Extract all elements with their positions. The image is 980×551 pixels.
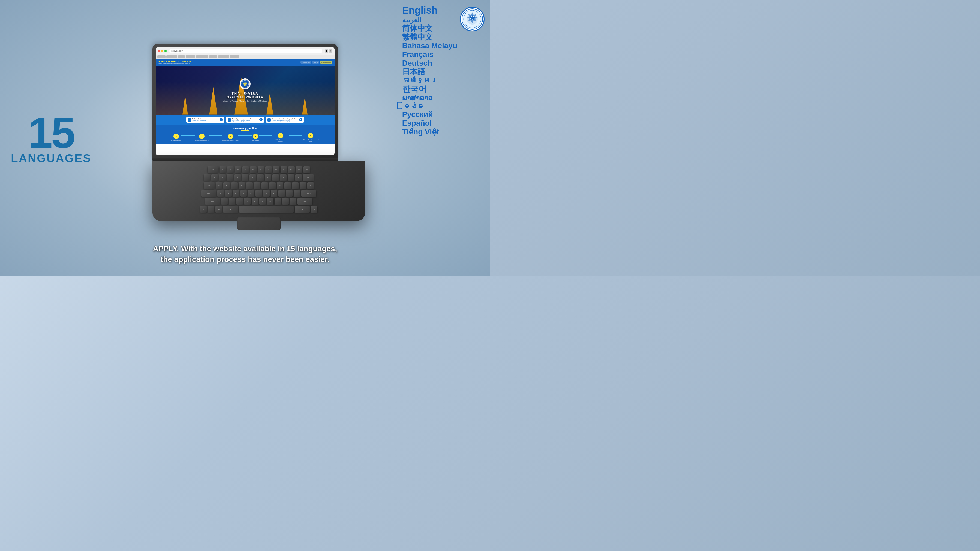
key-f10: F10: [288, 167, 295, 173]
hero-ministry: Ministry of Foreign Affairs of the Kingd…: [223, 100, 267, 102]
browser-nav-icons: ⬆ ☆: [325, 49, 332, 52]
key-2: 2: [219, 175, 226, 181]
language-list: English العربية 简体中文 繁體中文 Bahasa Melayu …: [402, 5, 457, 136]
key-row-qwerty: tab Q W E R T Y U I O P [ ] \: [166, 182, 352, 189]
key-k: K: [271, 190, 277, 197]
browser-bookmark-icon: ☆: [329, 49, 332, 52]
key-c: C: [236, 198, 243, 205]
key-backtick: `: [204, 175, 210, 181]
step-4-label: Pay visa fee: [252, 140, 259, 141]
key-caps: caps: [201, 190, 216, 197]
key-f2: F2: [227, 167, 234, 173]
lang-japanese: 日本語: [402, 68, 457, 76]
question-card-1[interactable]: Do I need a tourist visa? Tourist Visa E…: [186, 117, 224, 122]
bookmark-4: [186, 55, 195, 58]
thai-emblem: [460, 7, 485, 31]
key-5: 5: [242, 175, 248, 181]
step-line-4: [259, 135, 272, 136]
laptop-screen: thaievisa.go.th ⬆ ☆: [156, 47, 334, 155]
create-account-btn[interactable]: Create Account: [320, 61, 332, 64]
step-1-label: Create an account: [171, 140, 181, 141]
hero-title: THAI E-VISA: [232, 92, 258, 96]
key-tab: tab: [204, 182, 215, 189]
key-t: T: [246, 182, 253, 189]
q2-arrow-icon: ▾: [259, 118, 262, 121]
key-esc: esc: [207, 167, 218, 173]
key-bracket-close: ]: [300, 182, 306, 189]
bookmark-5: [196, 55, 208, 58]
subtitle-bar: APPLY. With the website available in 15 …: [0, 243, 490, 265]
key-0: 0: [280, 175, 286, 181]
laptop-lid-outer: thaievisa.go.th ⬆ ☆: [153, 44, 338, 161]
q3-label: Choose the right visa category: [272, 120, 295, 122]
step-line-3: [238, 135, 252, 136]
key-f7: F7: [265, 167, 272, 173]
key-f4: F4: [242, 167, 249, 173]
evisa-nav: THAI E-VISA OFFICIAL WEBSITE Ministry of…: [156, 59, 334, 66]
key-m: M: [267, 198, 274, 205]
key-q: Q: [216, 182, 222, 189]
lang-lao: ພາສາລາວ: [402, 94, 457, 102]
thai-emblem-svg: [461, 8, 483, 30]
nav-title: THAI E-VISA OFFICIAL WEBSITE: [158, 60, 191, 62]
sign-in-btn[interactable]: Sign In: [312, 61, 319, 64]
browser-url-bar[interactable]: thaievisa.go.th: [169, 49, 322, 53]
key-backslash: \: [307, 182, 314, 189]
languages-label: LANGUAGES: [11, 152, 91, 165]
step-6-label: e-Visa confirmation document sent by: [302, 139, 319, 142]
browser-chrome: thaievisa.go.th ⬆ ☆: [156, 47, 334, 55]
browser-close-dot: [158, 50, 160, 52]
lang-german: Deutsch: [402, 59, 457, 67]
key-j: J: [263, 190, 270, 197]
step-4-circle: 4: [253, 133, 258, 139]
question-icon-1: [188, 118, 191, 122]
question-card-3[interactable]: Which visa type should I apply for? Choo…: [266, 117, 304, 122]
user-manual-btn[interactable]: User Manual: [301, 61, 311, 64]
step-line-1: [181, 135, 195, 136]
step-3-circle: 3: [228, 133, 233, 139]
key-f8: F8: [273, 167, 280, 173]
key-8: 8: [265, 175, 271, 181]
key-w: W: [223, 182, 230, 189]
key-a: A: [217, 190, 224, 197]
question-card-2[interactable]: Am I eligible to apply online? Apply onl…: [226, 117, 264, 122]
evisa-emblem: [240, 78, 251, 89]
lang-spanish: Español: [402, 119, 457, 127]
hero-subtitle: OFFICIAL WEBSITE: [227, 96, 264, 99]
trackpad[interactable]: [237, 217, 281, 230]
step-2-circle: 2: [199, 133, 205, 139]
lang-french: Français: [402, 51, 457, 58]
key-del: del: [303, 175, 314, 181]
key-minus: -: [288, 175, 294, 181]
laptop-lid: thaievisa.go.th ⬆ ☆: [153, 44, 338, 158]
key-9: 9: [272, 175, 279, 181]
step-5-label: Wait for the visa to be processed: [272, 139, 289, 142]
key-row-asdf: caps A S D F G H J K L ; ' return: [166, 190, 352, 197]
key-l: L: [278, 190, 285, 197]
lang-khmer: ភាសាខ្មែរ: [402, 77, 457, 84]
key-i: I: [269, 182, 276, 189]
key-bracket-open: [: [292, 182, 299, 189]
laptop: thaievisa.go.th ⬆ ☆: [153, 44, 338, 221]
key-f1: F1: [220, 167, 226, 173]
key-6: 6: [250, 175, 256, 181]
key-e: E: [231, 182, 237, 189]
lang-arabic: العربية: [402, 16, 457, 24]
lang-vietnamese: Tiếng Việt: [402, 128, 457, 136]
bookmark-bar: [156, 55, 334, 59]
browser-maximize-dot: [164, 50, 167, 52]
key-ctrl: ctrl: [208, 206, 214, 213]
step-1-circle: 1: [173, 133, 179, 139]
q1-text: Do I need a tourist visa?: [192, 118, 208, 120]
key-semicolon: ;: [286, 190, 293, 197]
q3-arrow-icon: ▾: [299, 118, 302, 121]
key-v: V: [244, 198, 251, 205]
url-text: thaievisa.go.th: [171, 50, 183, 52]
bookmark-8: [230, 55, 239, 58]
step-2: 2 Fill in an application form: [195, 133, 208, 141]
lang-russian: Русский: [402, 111, 457, 118]
key-return: return: [301, 190, 316, 197]
key-cmd-right: ⌘: [295, 206, 310, 213]
key-3: 3: [227, 175, 233, 181]
step-2-label: Fill in an application form: [195, 140, 208, 141]
